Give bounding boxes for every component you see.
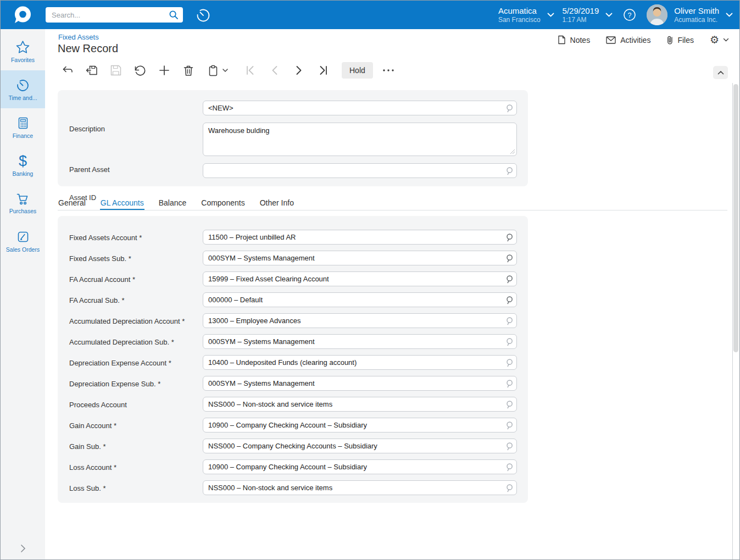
go-back-button[interactable] [58, 62, 77, 79]
lookup-icon[interactable] [502, 376, 516, 390]
note-icon [558, 35, 566, 45]
sidebar-item-label: Time and... [8, 95, 37, 101]
asset-id-input[interactable] [203, 104, 502, 112]
field-label: Depreciation Expense Account * [69, 359, 171, 367]
dollar-icon: $ [19, 154, 27, 168]
sidebar-expand-button[interactable] [1, 542, 45, 555]
time-tracking-icon[interactable] [195, 7, 212, 23]
sidebar-item-label: Purchases [9, 208, 37, 214]
tab-components[interactable]: Components [201, 194, 245, 210]
account-input[interactable] [203, 275, 502, 283]
lookup-icon[interactable] [502, 251, 516, 265]
search-input[interactable] [46, 11, 169, 19]
account-input[interactable] [203, 463, 502, 471]
field-label: Fixed Assets Sub. * [69, 254, 131, 263]
previous-record-button[interactable] [265, 62, 285, 79]
business-date-selector[interactable]: 5/29/2019 1:17 AM [563, 6, 613, 24]
sidebar-item-sales-orders[interactable]: Sales Orders [1, 222, 45, 260]
acumatica-logo-icon[interactable] [12, 4, 33, 25]
field-label: FA Accrual Account * [69, 275, 135, 284]
lookup-icon[interactable] [502, 164, 516, 178]
tab-balance[interactable]: Balance [158, 194, 187, 210]
account-field [203, 480, 517, 495]
breadcrumb-fixed-assets[interactable]: Fixed Assets [58, 33, 99, 41]
account-field [203, 230, 517, 245]
notes-label: Notes [570, 36, 591, 45]
sidebar-item-purchases[interactable]: Purchases [1, 184, 45, 222]
add-record-button[interactable] [154, 62, 174, 79]
account-input[interactable] [203, 317, 502, 325]
settings-menu-button[interactable]: ⚙ [710, 35, 729, 45]
tab-other-info[interactable]: Other Info [259, 194, 294, 210]
lookup-icon[interactable] [502, 101, 516, 115]
account-field [203, 292, 517, 307]
account-input[interactable] [203, 337, 502, 346]
lookup-icon[interactable] [502, 314, 516, 328]
sidebar-item-banking[interactable]: $ Banking [1, 146, 45, 184]
delete-button[interactable] [179, 62, 198, 79]
gl-account-row: Accumulated Depreciation Account * [58, 311, 528, 331]
activities-label: Activities [620, 36, 650, 45]
files-button[interactable]: Files [666, 35, 694, 45]
hold-button[interactable]: Hold [342, 62, 373, 79]
account-input[interactable] [203, 379, 502, 387]
account-input[interactable] [203, 421, 502, 429]
save-button[interactable] [106, 62, 126, 79]
account-input[interactable] [203, 296, 502, 304]
lookup-icon[interactable] [502, 272, 516, 286]
tenant-selector[interactable]: Acumatica San Francisco [498, 6, 554, 24]
scrollbar-thumb[interactable] [733, 84, 738, 352]
field-label: Depreciation Expense Sub. * [69, 380, 160, 388]
top-bar: Acumatica San Francisco 5/29/2019 1:17 A… [1, 1, 739, 29]
save-and-close-button[interactable] [82, 62, 102, 79]
account-input[interactable] [203, 358, 502, 367]
business-date: 5/29/2019 [563, 6, 599, 16]
files-label: Files [677, 36, 694, 45]
gl-account-row: Depreciation Expense Sub. * [58, 373, 528, 394]
lookup-icon[interactable] [502, 481, 516, 495]
lookup-icon[interactable] [502, 230, 516, 244]
account-input[interactable] [203, 442, 502, 450]
tab-gl-accounts[interactable]: GL Accounts [100, 194, 144, 210]
resize-handle[interactable] [510, 149, 515, 154]
field-label: Loss Sub. * [69, 484, 106, 492]
description-input[interactable]: Warehouse bulding [203, 123, 516, 156]
lookup-icon[interactable] [502, 460, 516, 474]
activities-button[interactable]: Activities [606, 36, 650, 45]
lookup-icon[interactable] [502, 293, 516, 307]
account-input[interactable] [203, 484, 502, 492]
account-input[interactable] [203, 233, 502, 241]
sidebar-item-time[interactable]: Time and... [1, 70, 45, 108]
gl-account-row: Accumulated Depreciation Sub. * [58, 331, 528, 352]
summary-card: Asset ID Description Warehouse bulding P… [58, 90, 528, 186]
account-input[interactable] [203, 400, 502, 408]
lookup-icon[interactable] [502, 397, 516, 411]
user-menu[interactable]: Oliver Smith Acumatica Inc. [647, 4, 733, 25]
help-icon[interactable]: ? [622, 8, 637, 22]
vertical-scrollbar[interactable] [732, 83, 739, 559]
next-record-button[interactable] [289, 62, 309, 79]
collapse-summary-button[interactable] [713, 66, 728, 79]
last-record-button[interactable] [313, 62, 333, 79]
copy-paste-button[interactable] [203, 62, 232, 79]
undo-button[interactable] [130, 62, 150, 79]
account-field [203, 459, 517, 474]
more-actions-button[interactable] [379, 62, 398, 79]
notes-button[interactable]: Notes [558, 35, 591, 45]
field-label: Gain Sub. * [69, 442, 106, 451]
lookup-icon[interactable] [502, 439, 516, 453]
sidebar-item-favorites[interactable]: Favorites [1, 32, 45, 70]
parent-asset-input[interactable] [203, 167, 502, 175]
search-icon[interactable] [169, 10, 179, 20]
tab-general[interactable]: General [58, 194, 86, 210]
chevron-down-icon [605, 13, 613, 17]
lookup-icon[interactable] [502, 418, 516, 432]
lookup-icon[interactable] [502, 356, 516, 369]
field-label: Loss Account * [69, 463, 116, 472]
account-input[interactable] [203, 254, 502, 262]
lookup-icon[interactable] [502, 335, 516, 348]
first-record-button[interactable] [241, 62, 260, 79]
sidebar-item-finance[interactable]: Finance [1, 108, 45, 146]
account-field [203, 271, 517, 286]
record-toolbar: Hold [58, 62, 403, 79]
